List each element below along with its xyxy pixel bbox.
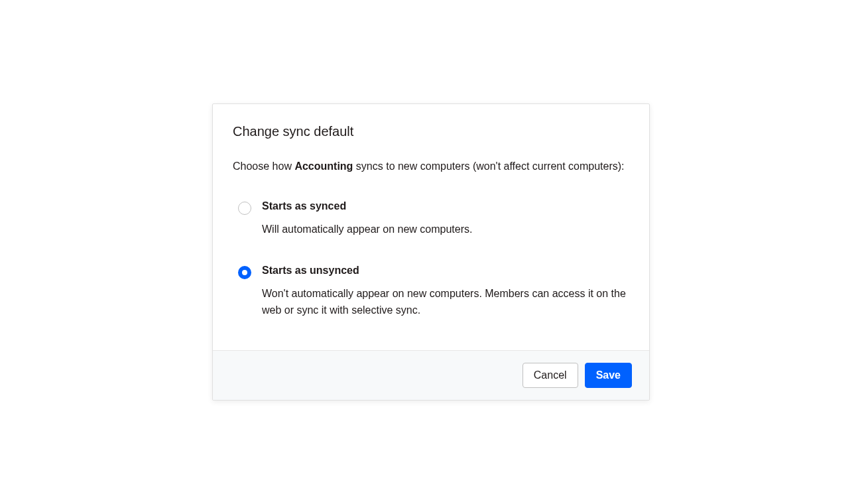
- radio-synced-content: Starts as synced Will automatically appe…: [262, 200, 629, 238]
- radio-option-unsynced[interactable]: Starts as unsynced Won't automatically a…: [238, 265, 629, 319]
- radio-synced-label[interactable]: Starts as synced: [262, 200, 629, 212]
- description-folder-name: Accounting: [294, 160, 353, 172]
- dialog-body: Change sync default Choose how Accountin…: [213, 104, 649, 350]
- dialog-title: Change sync default: [233, 124, 629, 139]
- dialog-footer: Cancel Save: [213, 350, 649, 399]
- radio-option-synced[interactable]: Starts as synced Will automatically appe…: [238, 200, 629, 238]
- dialog-description: Choose how Accounting syncs to new compu…: [233, 158, 629, 175]
- save-button[interactable]: Save: [585, 363, 632, 387]
- description-prefix: Choose how: [233, 160, 294, 172]
- description-suffix: syncs to new computers (won't affect cur…: [353, 160, 624, 172]
- radio-unsynced-input[interactable]: [238, 266, 251, 279]
- radio-unsynced-description: Won't automatically appear on new comput…: [262, 286, 629, 319]
- cancel-button[interactable]: Cancel: [523, 363, 578, 387]
- radio-unsynced-label[interactable]: Starts as unsynced: [262, 265, 629, 277]
- change-sync-default-dialog: Change sync default Choose how Accountin…: [212, 103, 650, 400]
- radio-unsynced-content: Starts as unsynced Won't automatically a…: [262, 265, 629, 319]
- radio-synced-input[interactable]: [238, 202, 251, 215]
- sync-option-radio-group: Starts as synced Will automatically appe…: [233, 200, 629, 318]
- radio-synced-description: Will automatically appear on new compute…: [262, 221, 629, 238]
